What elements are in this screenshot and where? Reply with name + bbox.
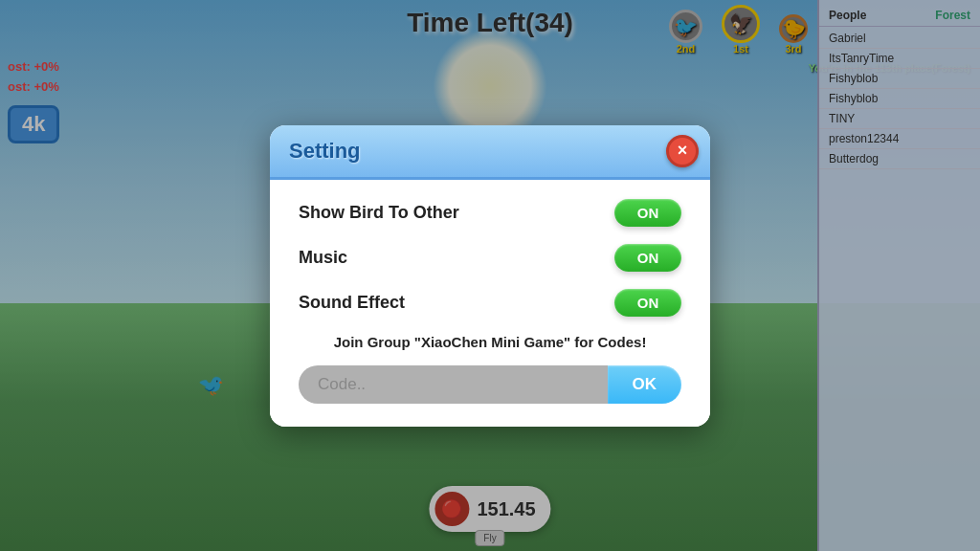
sound-effect-setting-row: Sound Effect ON xyxy=(299,289,681,317)
modal-overlay: Setting × Show Bird To Other ON Music ON… xyxy=(0,0,980,551)
ok-button[interactable]: OK xyxy=(608,365,682,404)
join-group-text: Join Group "XiaoChen Mini Game" for Code… xyxy=(299,334,681,350)
settings-modal: Setting × Show Bird To Other ON Music ON… xyxy=(270,125,710,427)
show-bird-toggle[interactable]: ON xyxy=(614,199,681,227)
modal-title: Setting xyxy=(289,139,361,164)
show-bird-setting-row: Show Bird To Other ON xyxy=(299,199,681,227)
music-setting-row: Music ON xyxy=(299,244,681,272)
close-button[interactable]: × xyxy=(666,135,699,167)
modal-body: Show Bird To Other ON Music ON Sound Eff… xyxy=(270,180,710,427)
music-label: Music xyxy=(299,248,347,268)
code-row: OK xyxy=(299,365,681,404)
code-input[interactable] xyxy=(299,365,608,404)
show-bird-label: Show Bird To Other xyxy=(299,203,459,223)
sound-effect-label: Sound Effect xyxy=(299,293,405,313)
modal-header: Setting xyxy=(270,125,710,180)
music-toggle[interactable]: ON xyxy=(614,244,681,272)
sound-effect-toggle[interactable]: ON xyxy=(614,289,681,317)
